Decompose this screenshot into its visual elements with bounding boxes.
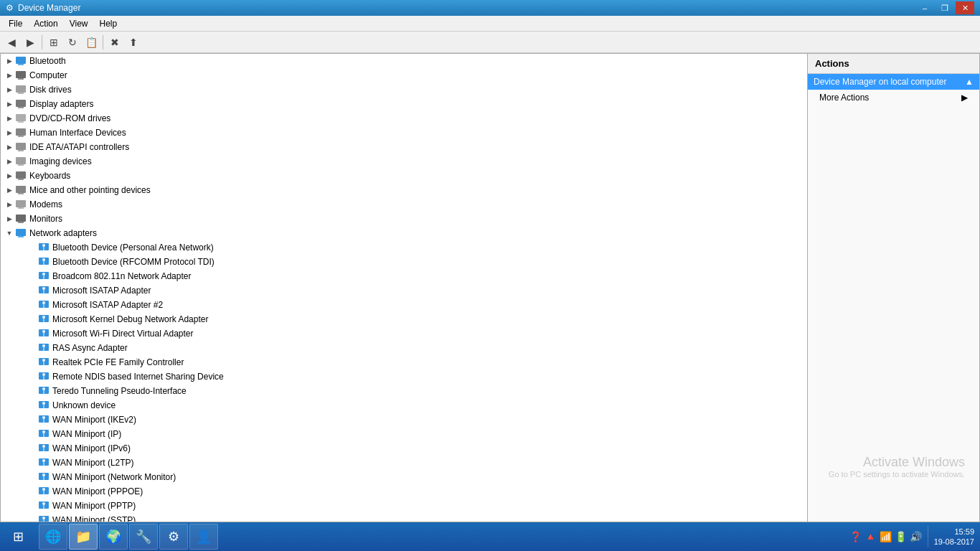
tree-expander-imaging[interactable]: ▶: [4, 156, 15, 167]
tree-item-bt-pan[interactable]: Bluetooth Device (Personal Area Network): [1, 240, 807, 255]
tree-expander-dvdrom[interactable]: ▶: [4, 113, 15, 124]
volume-tray-icon[interactable]: 🔊: [910, 531, 922, 542]
clock-time: 15:59: [934, 527, 974, 537]
tree-expander-network-adapters[interactable]: ▼: [4, 227, 15, 239]
close-button[interactable]: ✕: [956, 1, 974, 14]
tree-label-keyboards: Keyboards: [29, 171, 70, 181]
tree-item-monitors[interactable]: ▶ Monitors: [1, 212, 807, 226]
update-button[interactable]: ⬆: [125, 34, 142, 51]
tree-label-wifi-direct: Microsoft Wi-Fi Direct Virtual Adapter: [52, 329, 194, 339]
tree-label-isatap2: Microsoft ISATAP Adapter #2: [52, 300, 163, 310]
tree-item-isatap1[interactable]: Microsoft ISATAP Adapter: [1, 283, 807, 298]
tree-item-imaging[interactable]: ▶ Imaging devices: [1, 154, 807, 169]
tree-expander-monitors[interactable]: ▶: [4, 213, 15, 225]
refresh-button[interactable]: ↻: [64, 34, 81, 51]
tree-label-disk-drives: Disk drives: [29, 85, 72, 95]
tree-item-remote-ndis[interactable]: Remote NDIS based Internet Sharing Devic…: [1, 369, 807, 384]
battery-tray-icon[interactable]: 🔋: [895, 531, 907, 542]
back-button[interactable]: ◀: [3, 34, 20, 51]
tree-item-hid[interactable]: ▶ Human Interface Devices: [1, 126, 807, 140]
tree-item-ide[interactable]: ▶ IDE ATA/ATAPI controllers: [1, 140, 807, 154]
tree-expander-hid[interactable]: ▶: [4, 127, 15, 138]
tree-item-wan-pptp[interactable]: WAN Miniport (PPTP): [1, 499, 807, 513]
tree-expander-computer[interactable]: ▶: [4, 70, 15, 81]
restore-button[interactable]: ❒: [936, 1, 954, 14]
tree-item-kernel-debug[interactable]: Microsoft Kernel Debug Network Adapter: [1, 312, 807, 326]
tree-item-teredo[interactable]: Teredo Tunneling Pseudo-Interface: [1, 384, 807, 398]
tree-label-computer: Computer: [29, 70, 67, 80]
tree-label-display-adapters: Display adapters: [29, 99, 93, 109]
svg-rect-25: [18, 236, 24, 237]
tree-expander-ide[interactable]: ▶: [4, 141, 15, 153]
tree-icon-remote-ndis: [38, 371, 50, 382]
tree-item-disk-drives[interactable]: ▶ Disk drives: [1, 83, 807, 97]
tree-item-keyboards[interactable]: ▶ Keyboards: [1, 169, 807, 183]
tree-expander-disk-drives[interactable]: ▶: [4, 84, 15, 95]
show-button[interactable]: ⊞: [45, 34, 62, 51]
minimize-button[interactable]: –: [915, 1, 934, 14]
clock[interactable]: 15:59 19-08-2017: [934, 527, 974, 547]
tree-label-kernel-debug: Microsoft Kernel Debug Network Adapter: [52, 314, 208, 324]
tree-expander-keyboards[interactable]: ▶: [4, 170, 15, 182]
tree-item-isatap2[interactable]: Microsoft ISATAP Adapter #2: [1, 298, 807, 312]
tree-expander-display-adapters[interactable]: ▶: [4, 98, 15, 110]
tree-item-computer[interactable]: ▶ Computer: [1, 68, 807, 83]
menu-help[interactable]: Help: [94, 17, 123, 30]
menu-action[interactable]: Action: [28, 17, 63, 30]
svg-rect-4: [16, 85, 26, 93]
tree-item-wan-sstp[interactable]: WAN Miniport (SSTP): [1, 513, 807, 522]
tree-icon-realtek: [38, 357, 50, 368]
menu-file[interactable]: File: [3, 17, 28, 30]
taskbar-user[interactable]: 👤: [189, 524, 218, 550]
alert-tray-icon[interactable]: 🔺: [864, 531, 877, 542]
taskbar-ie[interactable]: 🌐: [39, 524, 67, 550]
tree-icon-disk-drives: [15, 84, 27, 95]
tree-item-display-adapters[interactable]: ▶ Display adapters: [1, 97, 807, 111]
taskbar-chrome[interactable]: 🌍: [99, 524, 128, 550]
taskbar-settings[interactable]: ⚙: [159, 524, 188, 550]
tree-item-wifi-direct[interactable]: Microsoft Wi-Fi Direct Virtual Adapter: [1, 326, 807, 341]
tree-item-wan-netmon[interactable]: WAN Miniport (Network Monitor): [1, 470, 807, 484]
tree-item-modems[interactable]: ▶ Modems: [1, 197, 807, 212]
help-tray-icon[interactable]: ❓: [849, 531, 862, 542]
tree-icon-modems: [15, 199, 27, 210]
tree-item-wan-l2tp[interactable]: WAN Miniport (L2TP): [1, 456, 807, 470]
menu-bar: File Action View Help: [0, 16, 980, 32]
tree-item-bluetooth[interactable]: ▶ Bluetooth: [1, 54, 807, 68]
tree-item-dvdrom[interactable]: ▶ DVD/CD-ROM drives: [1, 111, 807, 126]
tree-item-wan-ip[interactable]: WAN Miniport (IP): [1, 427, 807, 441]
tree-expander-broadcom: [27, 270, 38, 282]
uninstall-button[interactable]: ✖: [106, 34, 123, 51]
tree-item-ras-async[interactable]: RAS Async Adapter: [1, 341, 807, 355]
tree-icon-teredo: [38, 385, 50, 397]
tree-item-wan-pppoe[interactable]: WAN Miniport (PPPOE): [1, 484, 807, 499]
tree-expander-modems[interactable]: ▶: [4, 199, 15, 210]
tree-item-unknown[interactable]: Unknown device: [1, 398, 807, 413]
network-tray-icon[interactable]: 📶: [880, 531, 892, 542]
start-button[interactable]: ⊞: [0, 522, 36, 551]
more-actions-item[interactable]: More Actions ▶: [808, 90, 979, 105]
tree-item-realtek[interactable]: Realtek PCIe FE Family Controller: [1, 355, 807, 369]
forward-button[interactable]: ▶: [22, 34, 39, 51]
svg-point-76: [42, 474, 45, 476]
tree-item-wan-ikev2[interactable]: WAN Miniport (IKEv2): [1, 413, 807, 427]
tree-item-network-adapters[interactable]: ▼ Network adapters: [1, 226, 807, 240]
menu-view[interactable]: View: [64, 17, 94, 30]
tree-item-mice[interactable]: ▶ Mice and other pointing devices: [1, 183, 807, 197]
tree-expander-teredo: [27, 385, 38, 397]
tree-item-wan-ipv6[interactable]: WAN Miniport (IPv6): [1, 441, 807, 456]
taskbar-explorer[interactable]: 📁: [69, 524, 98, 550]
tree-item-broadcom[interactable]: Broadcom 802.11n Network Adapter: [1, 269, 807, 283]
tree-expander-mice[interactable]: ▶: [4, 184, 15, 196]
device-tree[interactable]: ▶ Bluetooth▶ Computer▶ Disk drives▶ Disp…: [0, 53, 808, 522]
properties-button[interactable]: 📋: [83, 34, 100, 51]
tree-item-bt-rfcomm[interactable]: Bluetooth Device (RFCOMM Protocol TDI): [1, 255, 807, 269]
svg-point-46: [42, 330, 45, 333]
tree-label-wan-pptp: WAN Miniport (PPTP): [52, 501, 136, 511]
tree-expander-wan-pptp: [27, 500, 38, 512]
actions-section-header[interactable]: Device Manager on local computer ▲: [808, 74, 979, 90]
tree-expander-bluetooth[interactable]: ▶: [4, 55, 15, 67]
tree-label-isatap1: Microsoft ISATAP Adapter: [52, 286, 151, 296]
tree-label-remote-ndis: Remote NDIS based Internet Sharing Devic…: [52, 372, 224, 382]
taskbar-tools[interactable]: 🔧: [129, 524, 158, 550]
